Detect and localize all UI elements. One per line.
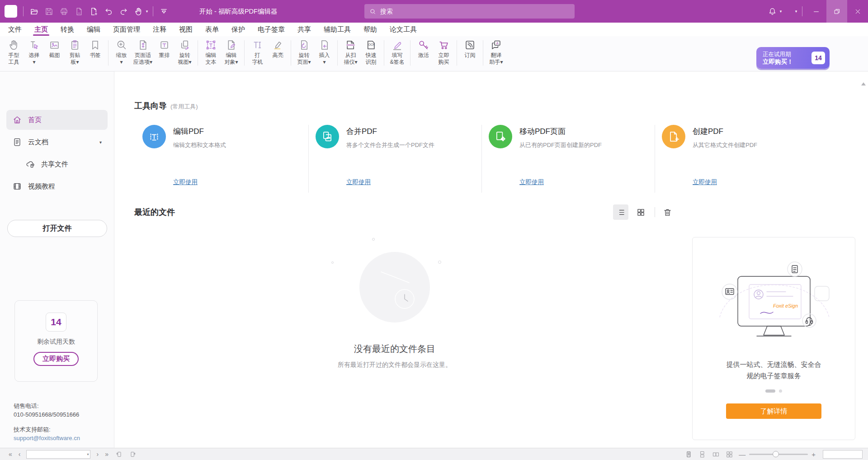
ribbon-item-zoom[interactable]: 缩放▾ — [111, 38, 132, 66]
delete-icon[interactable] — [660, 204, 675, 220]
move-page-icon — [489, 125, 512, 148]
carousel-dot-active[interactable] — [765, 389, 775, 393]
save-icon[interactable] — [42, 4, 57, 19]
ribbon-item-rotate-page[interactable]: 旋转页面▾ — [294, 38, 314, 66]
next-page-icon[interactable]: › — [93, 451, 102, 458]
menu-item-11[interactable]: 共享 — [291, 23, 317, 36]
page-input-box[interactable]: ▾ — [26, 450, 90, 459]
collapse-ribbon-icon[interactable] — [156, 4, 171, 19]
open-file-icon[interactable] — [27, 4, 42, 19]
sidebar-item-video[interactable]: 视频教程 — [6, 176, 108, 196]
menu-item-14[interactable]: 论文工具 — [383, 23, 423, 36]
ribbon-item-activate[interactable]: 激活 — [413, 38, 434, 66]
learn-more-button[interactable]: 了解详情 — [726, 403, 821, 419]
close-button[interactable] — [847, 0, 868, 23]
menu-item-3[interactable]: 转换 — [54, 23, 80, 36]
ribbon-item-edit-text[interactable]: 编辑文本 — [201, 38, 221, 66]
ribbon-item-fill-sign[interactable]: 填写&签名 — [387, 38, 407, 66]
print-icon[interactable] — [57, 4, 71, 19]
minimize-button[interactable] — [806, 0, 826, 23]
export-page-icon[interactable] — [71, 4, 86, 19]
menu-item-13[interactable]: 帮助 — [357, 23, 383, 36]
menu-item-5[interactable]: 页面管理 — [107, 23, 146, 36]
sidebar-item-home[interactable]: 首页 — [6, 110, 108, 130]
page-input[interactable] — [27, 451, 80, 457]
carousel-dot[interactable] — [779, 389, 782, 393]
tool-card-title: 编辑PDF — [173, 126, 226, 137]
ribbon-item-bookmark[interactable]: 书签 — [85, 38, 105, 66]
trial-days-count: 14 — [46, 313, 66, 332]
ribbon-item-ocr[interactable]: OCR快速识别 — [361, 38, 381, 66]
sidebar-item-label: 云文档 — [28, 138, 48, 147]
redo-icon[interactable] — [116, 4, 131, 19]
trial-card: 14 剩余试用天数 立即购买 — [14, 300, 98, 382]
menu-item-6[interactable]: 注释 — [146, 23, 173, 36]
card-divider — [655, 125, 655, 193]
menu-item-2[interactable]: 主页 — [28, 23, 54, 36]
ribbon-item-hand[interactable]: 手型工具 — [4, 38, 24, 66]
ribbon-item-cart[interactable]: 立即购买 — [434, 38, 454, 66]
list-view-icon[interactable] — [613, 204, 628, 220]
create-pdf-icon[interactable] — [86, 4, 101, 19]
zoom-slider-handle[interactable] — [773, 451, 779, 457]
continuous-view-icon[interactable] — [696, 449, 708, 459]
facing-view-icon[interactable] — [710, 449, 722, 459]
sidebar-item-cloud-share[interactable]: 共享文件 — [6, 154, 108, 174]
last-page-icon[interactable]: » — [102, 451, 112, 458]
zoom-value-box[interactable] — [823, 450, 863, 459]
use-now-link[interactable]: 立即使用 — [346, 178, 371, 186]
chevron-down-icon[interactable]: ▾ — [144, 9, 150, 14]
trial-purchase-badge[interactable]: 正在试用期 立即购买！ 14 — [756, 47, 830, 69]
search-input[interactable] — [380, 8, 570, 15]
ribbon-item-clipboard[interactable]: 剪贴板▾ — [65, 38, 85, 66]
ribbon-item-rotate-view[interactable]: 旋转视图▾ — [175, 38, 195, 66]
ribbon-item-subscribe[interactable]: 订阅 — [460, 38, 480, 66]
ribbon-item-label: 编辑文本 — [206, 52, 217, 66]
ribbon-item-typewriter[interactable]: 打字机 — [247, 38, 268, 66]
rotate-right-icon[interactable] — [127, 449, 139, 459]
menu-item-12[interactable]: 辅助工具 — [317, 23, 357, 36]
zoom-in-icon[interactable]: + — [808, 451, 819, 458]
zoom-slider[interactable] — [749, 454, 808, 455]
chevron-down-icon[interactable]: ▾ — [793, 9, 799, 14]
single-page-view-icon[interactable] — [683, 449, 694, 459]
ribbon-item-translate[interactable]: A翻译助手▾ — [486, 38, 506, 66]
first-page-icon[interactable]: « — [5, 451, 15, 458]
chevron-down-icon[interactable]: ▾ — [778, 9, 783, 14]
ribbon-item-insert[interactable]: 插入▾ — [314, 38, 335, 66]
restore-button[interactable] — [826, 0, 847, 23]
buy-now-button[interactable]: 立即购买 — [33, 352, 79, 366]
menu-item-10[interactable]: 电子签章 — [251, 23, 291, 36]
undo-icon[interactable] — [101, 4, 116, 19]
menu-item-1[interactable]: 文件 — [2, 23, 28, 36]
menu-item-9[interactable]: 保护 — [225, 23, 251, 36]
ribbon-item-snapshot[interactable]: 截图 — [44, 38, 65, 66]
zoom-out-icon[interactable]: — — [735, 451, 749, 458]
sparkle-icon — [445, 283, 451, 289]
ribbon-item-select[interactable]: 选择▾ — [24, 38, 44, 66]
search-box[interactable] — [364, 4, 575, 19]
menu-item-7[interactable]: 视图 — [173, 23, 199, 36]
menu-item-8[interactable]: 表单 — [199, 23, 225, 36]
rotate-left-icon[interactable] — [113, 449, 125, 459]
scrollbar-up-arrow[interactable] — [861, 82, 866, 85]
use-now-link[interactable]: 立即使用 — [173, 178, 198, 186]
ribbon-item-edit-object[interactable]: 编辑对象▾ — [221, 38, 241, 66]
support-label: 技术支持邮箱: — [14, 425, 80, 434]
ribbon-item-reflow[interactable]: 重排 — [154, 38, 175, 66]
use-now-link[interactable]: 立即使用 — [693, 178, 717, 186]
chevron-down-icon[interactable]: ▾ — [99, 140, 102, 145]
menu-item-4[interactable]: 编辑 — [80, 23, 107, 36]
sidebar-item-doc[interactable]: 云文档▾ — [6, 132, 108, 152]
grid-view-icon[interactable] — [633, 204, 648, 220]
continuous-facing-view-icon[interactable] — [723, 449, 735, 459]
ribbon-item-scanner[interactable]: 从扫描仪▾ — [340, 38, 361, 66]
chevron-down-icon[interactable]: ▾ — [87, 452, 89, 456]
ribbon-item-highlight[interactable]: 高亮 — [268, 38, 288, 66]
ribbon-item-fit-page[interactable]: 页面适应选项▾ — [132, 38, 154, 66]
support-email-link[interactable]: support@foxitsoftware.cn — [14, 434, 80, 442]
use-now-link[interactable]: 立即使用 — [519, 178, 544, 186]
open-file-button[interactable]: 打开文件 — [7, 220, 107, 237]
prev-page-icon[interactable]: ‹ — [15, 451, 24, 458]
card-divider — [481, 125, 482, 193]
